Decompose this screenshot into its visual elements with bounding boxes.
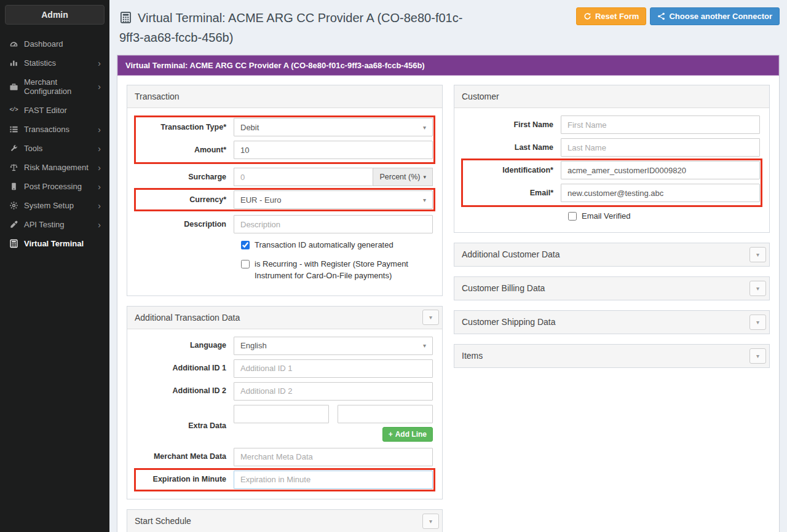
- description-label: Description: [136, 220, 234, 229]
- first-name-input[interactable]: [561, 115, 760, 134]
- collapse-button[interactable]: ▾: [749, 281, 766, 296]
- caret-down-icon: ▾: [756, 285, 759, 292]
- sidebar-item-risk-management[interactable]: Risk Management ›: [0, 158, 109, 177]
- add-line-button[interactable]: + Add Line: [382, 427, 433, 442]
- sidebar-item-label: Tools: [24, 144, 42, 153]
- highlight-transaction-type-amount: Transaction Type* Debit ▾ Amount*: [136, 118, 433, 162]
- additional-customer-data-header: Additional Customer Data ▾: [454, 243, 769, 266]
- customer-shipping-data-panel: Customer Shipping Data ▾: [454, 310, 770, 334]
- identification-input[interactable]: [561, 161, 760, 179]
- surcharge-unit-dropdown[interactable]: Percent (%) ▾: [373, 168, 433, 186]
- description-input[interactable]: [234, 215, 433, 233]
- email-label: Email*: [464, 189, 561, 198]
- first-name-label: First Name: [464, 120, 561, 130]
- sidebar-item-tools[interactable]: Tools ›: [0, 139, 109, 158]
- page-title: Virtual Terminal: ACME ARG CC Provider A…: [119, 8, 479, 47]
- currency-select[interactable]: EUR - Euro ▾: [234, 190, 433, 209]
- transaction-panel: Transaction Transaction Type* Debit ▾: [127, 85, 443, 296]
- reset-form-button[interactable]: Reset Form: [576, 7, 647, 25]
- sidebar-item-transactions[interactable]: Transactions ›: [0, 120, 109, 139]
- items-header: Items ▾: [454, 345, 769, 367]
- first-name-row: First Name: [464, 115, 760, 134]
- collapse-button[interactable]: ▾: [422, 514, 439, 529]
- right-column: Customer First Name Last Name: [454, 85, 770, 378]
- list-icon: [9, 125, 18, 134]
- bar-chart-icon: [9, 58, 18, 68]
- sidebar-item-virtual-terminal[interactable]: Virtual Terminal: [0, 234, 109, 253]
- email-input[interactable]: [561, 184, 760, 202]
- expiration-label: Expiration in Minute: [136, 475, 234, 484]
- extra-data-key-input[interactable]: [234, 405, 329, 423]
- caret-down-icon: ▾: [423, 342, 426, 349]
- customer-shipping-data-header: Customer Shipping Data ▾: [454, 311, 769, 334]
- last-name-label: Last Name: [464, 143, 561, 152]
- scales-icon: [9, 163, 18, 172]
- expiration-input[interactable]: [234, 471, 433, 489]
- chevron-right-icon: ›: [98, 145, 101, 152]
- surcharge-input[interactable]: [234, 168, 373, 186]
- sidebar-item-api-testing[interactable]: API Testing ›: [0, 215, 109, 234]
- transaction-type-select[interactable]: Debit ▾: [234, 118, 433, 136]
- merchant-meta-input[interactable]: [234, 448, 433, 466]
- customer-billing-data-header: Customer Billing Data ▾: [454, 277, 769, 300]
- additional-transaction-body: Language English ▾ Additional ID 1: [127, 329, 442, 499]
- sidebar-item-merchant-configuration[interactable]: Merchant Configuration ›: [0, 72, 109, 101]
- sidebar-admin-header[interactable]: Admin: [5, 5, 105, 25]
- collapse-button[interactable]: ▾: [422, 310, 439, 325]
- collapse-button[interactable]: ▾: [749, 247, 766, 262]
- caret-down-icon: ▾: [756, 353, 759, 359]
- sidebar-item-post-processing[interactable]: Post Processing ›: [0, 177, 109, 196]
- currency-label: Currency*: [136, 195, 234, 205]
- transaction-panel-body: Transaction Type* Debit ▾ Amount*: [127, 108, 442, 295]
- auto-transaction-id-checkbox[interactable]: [241, 241, 250, 249]
- additional-customer-data-panel: Additional Customer Data ▾: [454, 243, 770, 267]
- surcharge-row: Surcharge Percent (%) ▾: [136, 168, 433, 186]
- additional-transaction-panel: Additional Transaction Data ▾ Language E…: [127, 306, 443, 499]
- collapse-button[interactable]: ▾: [749, 348, 766, 364]
- briefcase-icon: [9, 82, 18, 92]
- email-verified-label: Email Verified: [582, 211, 630, 222]
- expiration-row: Expiration in Minute: [136, 471, 433, 489]
- last-name-input[interactable]: [561, 138, 760, 157]
- sidebar-item-fast-editor[interactable]: </> FAST Editor: [0, 101, 109, 120]
- language-select[interactable]: English ▾: [234, 337, 433, 355]
- additional-id2-row: Additional ID 2: [136, 382, 433, 401]
- additional-id1-input[interactable]: [234, 359, 433, 378]
- start-schedule-header: Start Schedule ▾: [127, 510, 442, 532]
- code-icon: </>: [9, 106, 18, 115]
- customer-panel-header: Customer: [454, 85, 769, 108]
- auto-transaction-id-label: Transaction ID automatically generated: [255, 240, 394, 251]
- caret-down-icon: ▾: [423, 174, 426, 180]
- email-verified-checkbox[interactable]: [568, 212, 577, 221]
- choose-connector-button[interactable]: Choose another Connector: [650, 7, 780, 25]
- amount-input[interactable]: [234, 141, 433, 159]
- identification-row: Identification*: [464, 161, 760, 179]
- calculator-icon: [9, 239, 18, 248]
- caret-down-icon: ▾: [756, 319, 759, 326]
- customer-panel: Customer First Name Last Name: [454, 85, 770, 233]
- sidebar-item-system-setup[interactable]: System Setup ›: [0, 196, 109, 215]
- sidebar-item-dashboard[interactable]: Dashboard: [0, 34, 109, 53]
- customer-billing-data-panel: Customer Billing Data ▾: [454, 276, 770, 300]
- auto-transaction-id-row: Transaction ID automatically generated: [241, 240, 433, 251]
- is-recurring-label: is Recurring - with Register (Store Paym…: [255, 259, 433, 282]
- sidebar: Admin Dashboard Statistics › Merchant Co…: [0, 0, 109, 532]
- calculator-icon: [119, 11, 132, 24]
- customer-panel-body: First Name Last Name: [454, 108, 769, 232]
- collapse-button[interactable]: ▾: [749, 315, 766, 330]
- language-label: Language: [136, 341, 234, 350]
- card-banner: Virtual Terminal: ACME ARG CC Provider A…: [117, 55, 779, 76]
- description-row: Description: [136, 215, 433, 233]
- chevron-right-icon: ›: [98, 183, 101, 190]
- is-recurring-checkbox[interactable]: [241, 260, 250, 268]
- chevron-right-icon: ›: [98, 202, 101, 209]
- additional-id2-input[interactable]: [234, 382, 433, 401]
- sidebar-item-statistics[interactable]: Statistics ›: [0, 53, 109, 72]
- highlight-identification-email: Identification* Email*: [464, 161, 760, 205]
- wrench-icon: [9, 144, 18, 153]
- sidebar-item-label: Virtual Terminal: [24, 239, 84, 248]
- mobile-icon: [9, 182, 18, 191]
- language-row: Language English ▾: [136, 337, 433, 355]
- extra-data-value-input[interactable]: [338, 405, 433, 423]
- additional-transaction-header: Additional Transaction Data ▾: [127, 307, 442, 329]
